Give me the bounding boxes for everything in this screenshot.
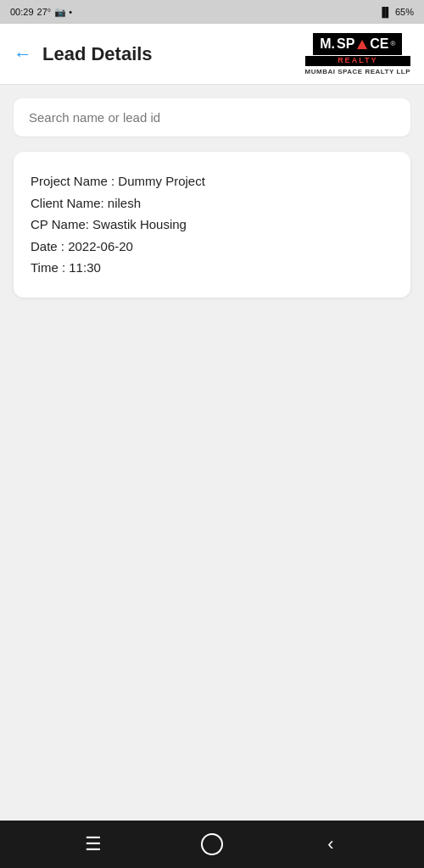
main-content: Project Name : Dummy Project Client Name… [0, 85, 424, 821]
page-title: Lead Details [42, 43, 153, 65]
lead-date: Date : 2022-06-20 [31, 236, 393, 258]
nav-menu-button[interactable]: ☰ [76, 827, 110, 861]
header: ← Lead Details M.SPCE® REALTY MUMBAI SPA… [0, 24, 424, 85]
lead-time: Time : 11:30 [31, 257, 393, 279]
logo-container: M.SPCE® REALTY MUMBAI SPACE REALTY LLP [305, 33, 410, 75]
status-icons: 📷 • [54, 7, 72, 18]
status-bar: 00:29 27° 📷 • ▐▌ 65% [0, 0, 424, 24]
back-button[interactable]: ← [14, 43, 32, 65]
nav-back-button[interactable]: ‹ [314, 827, 348, 861]
lead-cp-name: CP Name: Swastik Housing [31, 214, 393, 236]
logo-ce-text: CE [370, 36, 388, 52]
logo-box: M.SPCE® [313, 33, 402, 55]
status-signal: ▐▌ [378, 7, 392, 17]
logo-triangle-icon [357, 40, 367, 49]
status-right: ▐▌ 65% [378, 7, 414, 17]
search-input[interactable] [14, 98, 410, 136]
header-left: ← Lead Details [14, 43, 153, 65]
lead-client-name: Client Name: nilesh [31, 192, 393, 214]
status-time: 00:29 [10, 7, 34, 17]
lead-project-name: Project Name : Dummy Project [31, 170, 393, 192]
logo-registered: ® [391, 40, 396, 47]
status-temp: 27° [37, 7, 52, 17]
logo-subtitle-text: MUMBAI SPACE REALTY LLP [305, 68, 410, 75]
bottom-nav: ☰ ‹ [0, 821, 424, 868]
logo-m-text: M. [320, 36, 335, 52]
nav-home-circle [201, 833, 223, 855]
status-left: 00:29 27° 📷 • [10, 7, 72, 18]
nav-home-button[interactable] [195, 827, 229, 861]
lead-card: Project Name : Dummy Project Client Name… [14, 152, 410, 298]
status-battery: 65% [395, 7, 414, 17]
logo-sp-text: SP [337, 36, 354, 52]
logo-realty-text: REALTY [305, 56, 410, 66]
